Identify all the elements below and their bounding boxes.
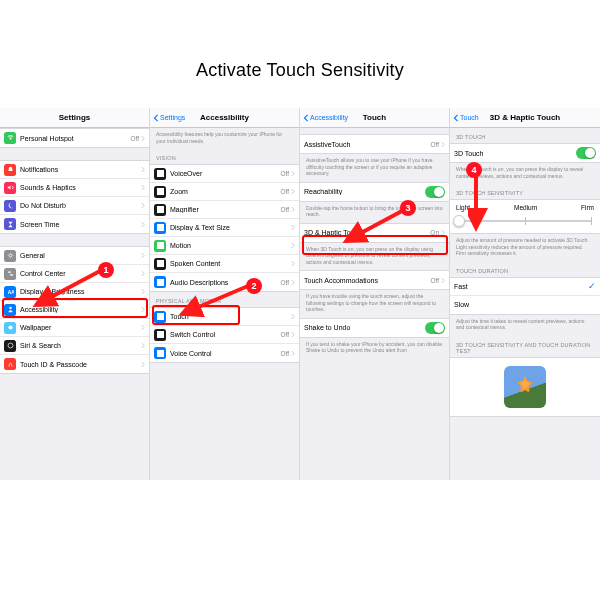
svg-rect-17 — [157, 350, 164, 357]
row-magnifier[interactable]: MagnifierOff — [150, 201, 299, 219]
row-label: Touch ID & Passcode — [20, 361, 141, 368]
svg-rect-14 — [157, 279, 164, 286]
siri-icon — [4, 340, 16, 352]
back-button[interactable]: Touch — [453, 114, 479, 122]
svg-text:AA: AA — [7, 290, 13, 295]
row-label: Personal Hotspot — [20, 135, 130, 142]
row-touch-accommodations[interactable]: Touch Accommodations Off — [300, 271, 449, 289]
text-icon: AA — [4, 286, 16, 298]
row-label: Spoken Content — [170, 260, 289, 267]
row-voice-control[interactable]: Voice ControlOff — [150, 344, 299, 362]
row-label: Switch Control — [170, 331, 280, 338]
nav-bar: Settings — [0, 108, 149, 128]
chevron-right-icon — [291, 260, 295, 267]
toggle-shake[interactable] — [425, 322, 445, 334]
row-notifications[interactable]: Notifications — [0, 161, 149, 179]
test-image[interactable] — [504, 366, 546, 408]
row-voiceover[interactable]: VoiceOverOff — [150, 165, 299, 183]
row-label: Slow — [454, 301, 596, 308]
app-icon — [154, 168, 166, 180]
desc: If you have trouble using the touch scre… — [300, 290, 449, 318]
row-touch-id-passcode[interactable]: Touch ID & Passcode — [0, 355, 149, 373]
nav-bar: Accessibility Touch — [300, 108, 449, 128]
svg-line-20 — [346, 211, 402, 241]
section-header-vision: VISION — [150, 149, 299, 164]
row-reachability[interactable]: Reachability — [300, 183, 449, 201]
row-shake-to-undo[interactable]: Shake to Undo — [300, 319, 449, 337]
desc: Adjust the time it takes to reveal conte… — [450, 315, 600, 336]
row-spoken-content[interactable]: Spoken Content — [150, 255, 299, 273]
app-icon — [154, 240, 166, 252]
toggle-reachability[interactable] — [425, 186, 445, 198]
app-icon — [154, 258, 166, 270]
callout-2: 2 — [246, 278, 262, 294]
row-do-not-disturb[interactable]: Do Not Disturb — [0, 197, 149, 215]
section-header: 3D TOUCH — [450, 128, 600, 143]
chevron-right-icon — [141, 135, 145, 142]
toggle-3d-touch[interactable] — [576, 147, 596, 159]
hotspot-icon — [4, 132, 16, 144]
svg-rect-10 — [157, 206, 164, 213]
nav-bar: Settings Accessibility — [150, 108, 299, 128]
chevron-right-icon — [441, 229, 445, 236]
slider-knob[interactable] — [453, 215, 465, 227]
nav-title: Accessibility — [200, 113, 249, 122]
desc: If you tend to shake your iPhone by acci… — [300, 338, 449, 359]
row-display-text-size[interactable]: Display & Text Size — [150, 219, 299, 237]
row-value: Off — [130, 135, 139, 142]
row-label: Motion — [170, 242, 289, 249]
chevron-right-icon — [291, 188, 295, 195]
row-general[interactable]: General — [0, 247, 149, 265]
row-value: Off — [280, 188, 289, 195]
row-personal-hotspot[interactable]: Personal HotspotOff — [0, 129, 149, 147]
chevron-right-icon — [141, 361, 145, 368]
checkmark-icon: ✓ — [588, 281, 596, 291]
row-slow[interactable]: Slow — [450, 296, 600, 314]
arrow-4 — [468, 168, 508, 238]
row-zoom[interactable]: ZoomOff — [150, 183, 299, 201]
svg-rect-9 — [157, 188, 164, 195]
row-label: Notifications — [20, 166, 141, 173]
nav-bar: Touch 3D & Haptic Touch — [450, 108, 600, 128]
row-3d-touch-toggle[interactable]: 3D Touch — [450, 144, 600, 162]
app-icon — [154, 204, 166, 216]
sound-icon — [4, 182, 16, 194]
row-label: Fast — [454, 283, 588, 290]
row-assistivetouch[interactable]: AssistiveTouch Off — [300, 135, 449, 153]
svg-point-5 — [9, 307, 12, 310]
row-screen-time[interactable]: Screen Time — [0, 215, 149, 233]
back-button[interactable]: Settings — [153, 114, 185, 122]
row-label: Do Not Disturb — [20, 202, 141, 209]
row-motion[interactable]: Motion — [150, 237, 299, 255]
chevron-right-icon — [141, 221, 145, 228]
svg-rect-16 — [157, 331, 164, 338]
row-value: Off — [280, 206, 289, 213]
chevron-right-icon — [141, 306, 145, 313]
svg-rect-8 — [157, 170, 164, 177]
callout-4: 4 — [466, 162, 482, 178]
nav-title: Touch — [363, 113, 386, 122]
person-icon — [4, 304, 16, 316]
chevron-right-icon — [291, 170, 295, 177]
switches-icon — [4, 268, 16, 280]
row-label: VoiceOver — [170, 170, 280, 177]
chevron-right-icon — [141, 166, 145, 173]
chevron-right-icon — [291, 313, 295, 320]
row-switch-control[interactable]: Switch ControlOff — [150, 326, 299, 344]
section-desc: Accessibility features help you customiz… — [150, 128, 299, 149]
svg-line-18 — [36, 271, 100, 305]
row-sounds-haptics[interactable]: Sounds & Haptics — [0, 179, 149, 197]
back-button[interactable]: Accessibility — [303, 114, 348, 122]
row-wallpaper[interactable]: Wallpaper — [0, 319, 149, 337]
chevron-right-icon — [291, 206, 295, 213]
desc: AssistiveTouch allows you to use your iP… — [300, 154, 449, 182]
row-value: Off — [280, 279, 289, 286]
bell-icon — [4, 164, 16, 176]
chevron-right-icon — [291, 279, 295, 286]
svg-rect-12 — [157, 242, 164, 249]
callout-3: 3 — [400, 200, 416, 216]
row-siri-search[interactable]: Siri & Search — [0, 337, 149, 355]
chevron-right-icon — [291, 331, 295, 338]
row-fast[interactable]: Fast✓ — [450, 278, 600, 296]
row-label: Sounds & Haptics — [20, 184, 141, 191]
